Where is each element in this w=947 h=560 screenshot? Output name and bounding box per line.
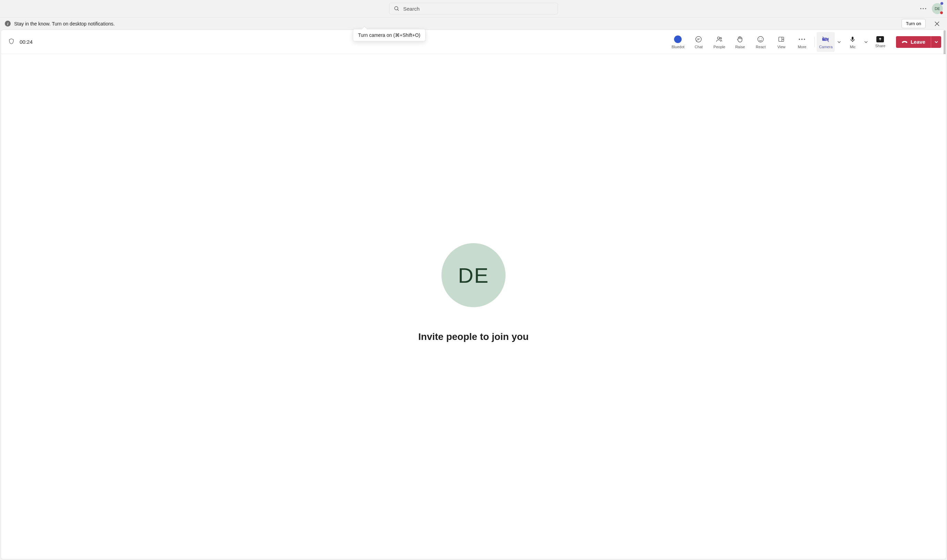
bluedot-button[interactable]: Bluedot [668,32,688,52]
search-icon [393,6,400,12]
hangup-icon [902,39,908,45]
meeting-stage: DE Invite people to join you [1,54,946,559]
svg-point-12 [758,36,763,42]
meeting-card: 00:24 Bluedot Chat People Rais [1,29,946,559]
meeting-toolbar: 00:24 Bluedot Chat People Rais [1,30,946,54]
leave-button[interactable]: Leave [896,36,931,48]
bluedot-label: Bluedot [672,45,685,49]
svg-point-3 [922,8,924,9]
header-more-button[interactable] [918,3,928,14]
share-icon [876,36,884,42]
header-right: DE [918,3,943,14]
more-icon [798,38,806,40]
chevron-down-icon [837,40,841,44]
chat-label: Chat [695,45,703,49]
presence-indicator-red [940,11,943,14]
more-label: More [798,45,807,49]
svg-point-0 [395,6,398,10]
toolbar-center: Bluedot Chat People Raise React [668,32,812,52]
turn-on-button[interactable]: Turn on [902,19,925,28]
dismiss-notification-button[interactable] [932,18,942,29]
camera-off-icon [822,35,830,43]
mic-button[interactable]: Mic [844,32,862,52]
search-placeholder: Search [403,6,420,12]
leave-options-button[interactable] [931,36,941,48]
share-label: Share [875,44,885,48]
view-label: View [777,45,786,49]
raise-hand-label: Raise [735,45,745,49]
share-button[interactable]: Share [870,32,890,52]
chevron-down-icon [864,40,868,44]
svg-point-18 [799,38,800,40]
svg-point-4 [925,8,926,9]
leave-label: Leave [910,39,925,45]
chat-button[interactable]: Chat [688,32,709,52]
profile-avatar[interactable]: DE [932,3,943,14]
camera-label: Camera [819,45,833,49]
camera-tooltip-text: Turn camera on (⌘+Shift+O) [358,32,420,38]
more-button[interactable]: More [791,32,812,52]
notification-message: Stay in the know. Turn on desktop notifi… [14,21,115,26]
svg-point-10 [717,37,720,39]
react-button[interactable]: React [750,32,771,52]
search-input[interactable]: Search [389,3,558,14]
avatar-initials: DE [935,6,940,11]
raise-hand-icon [736,35,744,43]
participant-avatar: DE [441,243,506,307]
toolbar-divider [814,37,815,47]
svg-point-11 [720,37,722,39]
toolbar-devices: Camera Mic Sh [817,32,890,52]
people-label: People [713,45,725,49]
raise-hand-button[interactable]: Raise [730,32,750,52]
bluedot-icon [674,35,682,43]
participant-initials: DE [458,263,489,288]
camera-tooltip: Turn camera on (⌘+Shift+O) [353,29,426,42]
chat-icon [695,35,702,43]
people-icon [716,35,723,43]
leave-group: Leave [896,36,941,48]
svg-point-19 [802,38,803,40]
invite-heading: Invite people to join you [418,331,529,342]
react-label: React [756,45,766,49]
mic-icon [849,35,856,43]
app-header: Search DE [0,0,947,17]
close-icon [935,22,939,26]
mic-label: Mic [850,45,856,49]
notification-banner: i Stay in the know. Turn on desktop noti… [0,17,947,29]
toolbar-left: 00:24 [3,38,33,46]
info-icon: i [5,21,11,26]
react-icon [757,35,764,43]
people-button[interactable]: People [709,32,730,52]
chevron-down-icon [934,40,938,44]
call-timer: 00:24 [20,39,33,45]
shield-icon[interactable] [8,38,15,46]
svg-point-20 [804,38,805,40]
camera-button[interactable]: Camera [817,32,834,52]
view-button[interactable]: View [771,32,791,52]
view-icon [777,35,785,43]
svg-rect-23 [852,37,854,40]
svg-point-2 [920,8,921,9]
svg-line-1 [397,9,399,11]
mic-options-button[interactable] [862,32,870,52]
presence-indicator-blue [941,2,943,5]
camera-options-button[interactable] [834,32,844,52]
meeting-container: 00:24 Bluedot Chat People Rais [0,29,947,560]
svg-point-14 [761,38,762,38]
more-horizontal-icon [920,8,926,9]
